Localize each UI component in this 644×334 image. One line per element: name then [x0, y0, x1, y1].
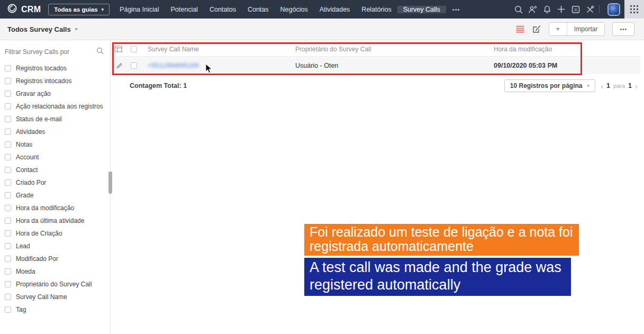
column-header[interactable]: Proprietário do Survey Call	[289, 46, 487, 53]
filter-item[interactable]: Hora da última atividade	[0, 214, 110, 227]
add-user-icon[interactable]	[525, 0, 540, 19]
view-selector[interactable]: Todos Survey Calls ▾	[7, 25, 77, 33]
filter-item[interactable]: Survey Call Name	[0, 291, 110, 303]
import-button-group: + Importar	[549, 22, 605, 36]
calendar-icon[interactable]: 31	[568, 0, 583, 19]
filter-item-label: Hora da modificação	[16, 204, 74, 212]
checkbox[interactable]	[5, 103, 11, 110]
checkbox[interactable]	[5, 306, 11, 313]
add-record-button[interactable]: +	[549, 23, 567, 35]
checkbox[interactable]	[5, 218, 11, 224]
filter-item[interactable]: Tag	[0, 303, 110, 316]
view-title-label: Todos Survey Calls	[7, 25, 71, 33]
list-footer: Contagem Total: 1 10 Registros por págin…	[112, 79, 638, 93]
checkbox[interactable]	[5, 129, 11, 135]
prev-page-icon[interactable]: ‹	[601, 82, 603, 90]
filter-item-label: Proprietário do Survey Call	[16, 281, 92, 288]
view-more-button[interactable]: •••	[612, 22, 634, 36]
view-bar: Todos Survey Calls ▾ + Importar •••	[0, 19, 644, 40]
nav-item[interactable]: Negócios	[275, 0, 314, 19]
search-icon[interactable]	[511, 0, 525, 19]
checkbox[interactable]	[5, 294, 11, 300]
filter-search-icon[interactable]	[96, 47, 104, 57]
checkbox[interactable]	[5, 256, 11, 262]
checkbox[interactable]	[5, 230, 11, 237]
checkbox[interactable]	[5, 154, 11, 160]
filter-item[interactable]: Lead	[0, 240, 110, 252]
per-page-label: 10 Registros por página	[510, 82, 583, 89]
survey-call-name-link[interactable]: +5511994695169	[148, 62, 199, 69]
edit-pencil-icon[interactable]	[112, 62, 126, 69]
tools-icon[interactable]	[583, 0, 597, 19]
checkbox[interactable]	[5, 192, 11, 198]
checkbox[interactable]	[5, 141, 11, 148]
filter-item[interactable]: Status de e-mail	[0, 113, 110, 125]
nav-item[interactable]: Contas	[242, 0, 275, 19]
current-page: 1	[606, 82, 610, 89]
survey-call-owner: Usuário - Oten	[289, 62, 487, 69]
filter-item[interactable]: Grade	[0, 189, 110, 202]
filter-item-label: Lead	[16, 242, 30, 250]
filter-item[interactable]: Notas	[0, 138, 110, 151]
filter-item[interactable]: Proprietário do Survey Call	[0, 278, 110, 291]
select-all-checkbox[interactable]	[126, 46, 141, 52]
import-button[interactable]: Importar	[567, 23, 605, 35]
checkbox[interactable]	[5, 65, 11, 71]
navbar-icons: 31	[511, 0, 644, 19]
filter-item[interactable]: Hora de Criação	[0, 227, 110, 240]
row-checkbox[interactable]	[126, 62, 141, 69]
customize-view-icon[interactable]	[532, 25, 541, 34]
top-nav-tabs: Página Inicial Potencial Contatos Contas…	[114, 0, 397, 19]
nav-more-button[interactable]: •••	[446, 6, 467, 13]
bell-icon[interactable]	[540, 0, 554, 19]
filter-item[interactable]: Registros tocados	[0, 62, 110, 75]
table-row[interactable]: +5511994695169 Usuário - Oten 09/10/2020…	[112, 57, 640, 74]
checkbox[interactable]	[5, 281, 11, 287]
list-view-icon[interactable]	[516, 25, 524, 33]
filter-item[interactable]: Modificado Por	[0, 252, 110, 265]
chevron-down-icon: ▾	[75, 26, 78, 32]
next-page-icon[interactable]: ›	[635, 82, 638, 90]
filter-item-label: Modificado Por	[16, 255, 58, 263]
nav-item[interactable]: Página Inicial	[114, 0, 165, 19]
avatar[interactable]	[607, 3, 620, 16]
records-per-page-select[interactable]: 10 Registros por página ▾	[504, 79, 595, 92]
filter-item[interactable]: Moeda	[0, 265, 110, 278]
plus-icon[interactable]	[554, 0, 568, 19]
checkbox[interactable]	[5, 268, 11, 275]
filter-header: Filtrar Survey Calls por	[0, 40, 110, 61]
modified-time: 09/10/2020 05:03 PM	[487, 62, 640, 69]
filter-item-label: Notas	[16, 141, 32, 148]
filter-item[interactable]: Account	[0, 151, 110, 164]
checkbox[interactable]	[5, 243, 11, 249]
checkbox[interactable]	[5, 205, 11, 211]
nav-item[interactable]: Contatos	[204, 0, 242, 19]
filter-item[interactable]: Registros intocados	[0, 75, 110, 87]
checkbox[interactable]	[5, 167, 11, 173]
checkbox[interactable]	[5, 78, 11, 84]
filter-item-label: Moeda	[16, 268, 35, 275]
filter-item-label: Survey Call Name	[16, 293, 67, 301]
nav-item[interactable]: Relatórios	[356, 0, 397, 19]
nav-item[interactable]: Atividades	[314, 0, 356, 19]
filter-item[interactable]: Contact	[0, 164, 110, 176]
filter-item-label: Account	[16, 154, 39, 161]
navbar-divider	[599, 5, 600, 13]
column-manager-icon[interactable]	[112, 46, 126, 53]
filter-item[interactable]: Criado Por	[0, 176, 110, 189]
sidebar-scrollbar-thumb[interactable]	[108, 171, 112, 194]
filter-item[interactable]: Ação relacionada aos registros	[0, 100, 110, 113]
checkbox[interactable]	[5, 91, 11, 97]
filter-item[interactable]: Hora da modificação	[0, 202, 110, 214]
checkbox[interactable]	[5, 116, 11, 122]
column-header[interactable]: Hora da modificação	[487, 46, 640, 53]
nav-item[interactable]: Potencial	[165, 0, 203, 19]
checkbox[interactable]	[5, 179, 11, 186]
column-header[interactable]: Survey Call Name	[141, 46, 289, 53]
filter-item[interactable]: Gravar ação	[0, 87, 110, 100]
filter-item[interactable]: Atividades	[0, 125, 110, 138]
page-separator: para	[613, 83, 625, 89]
nav-item-survey-calls[interactable]: Survey Calls	[397, 6, 446, 13]
apps-grid-icon[interactable]	[624, 0, 644, 19]
all-tabs-button[interactable]: Todas as guias ▾	[48, 4, 110, 15]
